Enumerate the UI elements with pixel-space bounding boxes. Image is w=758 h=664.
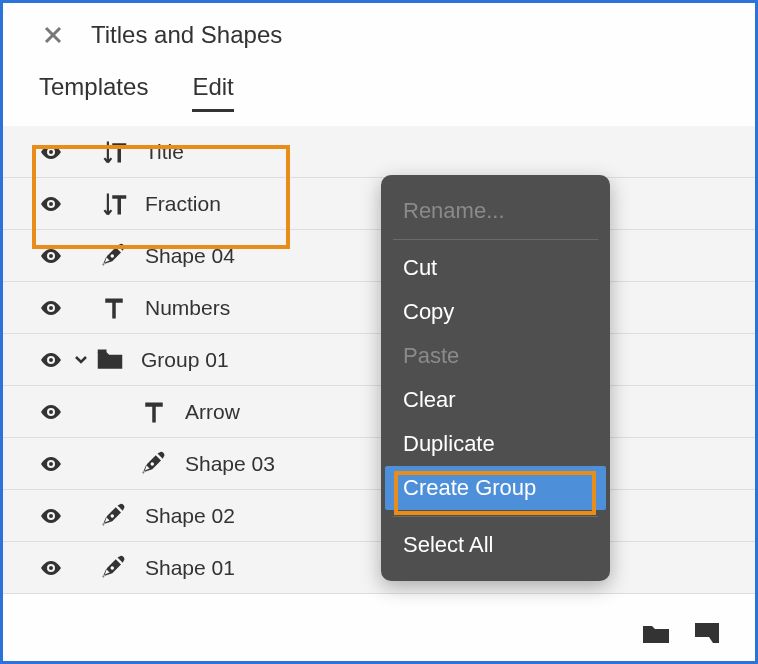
layer-label: Shape 01: [145, 556, 235, 580]
tab-edit[interactable]: Edit: [192, 73, 233, 112]
footer-icons: [643, 623, 719, 647]
panel-header: Titles and Shapes: [3, 3, 755, 59]
text-icon: [135, 398, 173, 426]
visibility-eye-icon[interactable]: [39, 400, 71, 424]
layer-row[interactable]: Numbers: [3, 282, 755, 334]
pen-icon: [95, 502, 133, 530]
visibility-eye-icon[interactable]: [39, 192, 71, 216]
layer-row[interactable]: Arrow: [3, 386, 755, 438]
layer-label: Title: [145, 140, 184, 164]
visibility-eye-icon[interactable]: [39, 140, 71, 164]
chevron-down-icon[interactable]: [71, 352, 91, 368]
pen-icon: [95, 242, 133, 270]
visibility-eye-icon[interactable]: [39, 452, 71, 476]
pen-icon: [95, 554, 133, 582]
menu-item-duplicate[interactable]: Duplicate: [381, 422, 610, 466]
tab-templates[interactable]: Templates: [39, 73, 148, 112]
menu-item-cut[interactable]: Cut: [381, 246, 610, 290]
panel-title: Titles and Shapes: [91, 21, 282, 49]
menu-divider: [393, 239, 598, 240]
layer-row[interactable]: Shape 02: [3, 490, 755, 542]
layer-row[interactable]: Shape 04: [3, 230, 755, 282]
layer-label: Fraction: [145, 192, 221, 216]
tab-bar: Templates Edit: [3, 59, 755, 112]
visibility-eye-icon[interactable]: [39, 244, 71, 268]
svg-rect-2: [695, 623, 719, 637]
titles-and-shapes-panel: Titles and Shapes Templates Edit TitleFr…: [0, 0, 758, 664]
visibility-eye-icon[interactable]: [39, 348, 71, 372]
layer-row[interactable]: Shape 03: [3, 438, 755, 490]
text-icon: [95, 294, 133, 322]
visibility-eye-icon[interactable]: [39, 556, 71, 580]
layer-list: TitleFractionShape 04NumbersGroup 01Arro…: [3, 126, 755, 594]
folder-icon: [91, 346, 129, 374]
visibility-eye-icon[interactable]: [39, 504, 71, 528]
visibility-eye-icon[interactable]: [39, 296, 71, 320]
layer-label: Shape 02: [145, 504, 235, 528]
layer-label: Group 01: [141, 348, 229, 372]
menu-item-rename: Rename...: [381, 189, 610, 233]
layer-label: Arrow: [185, 400, 240, 424]
menu-item-paste: Paste: [381, 334, 610, 378]
roll-text-icon: [95, 138, 133, 166]
new-item-icon[interactable]: [695, 623, 719, 647]
menu-item-create-group[interactable]: Create Group: [385, 466, 606, 510]
menu-item-clear[interactable]: Clear: [381, 378, 610, 422]
context-menu: Rename...CutCopyPasteClearDuplicateCreat…: [381, 175, 610, 581]
layer-row[interactable]: Title: [3, 126, 755, 178]
menu-item-select-all[interactable]: Select All: [381, 523, 610, 567]
menu-divider: [393, 516, 598, 517]
roll-text-icon: [95, 190, 133, 218]
menu-item-copy[interactable]: Copy: [381, 290, 610, 334]
new-folder-icon[interactable]: [643, 623, 669, 647]
layer-label: Shape 03: [185, 452, 275, 476]
layer-label: Shape 04: [145, 244, 235, 268]
layer-row[interactable]: Shape 01: [3, 542, 755, 594]
close-icon[interactable]: [39, 21, 67, 49]
layer-row[interactable]: Fraction: [3, 178, 755, 230]
pen-icon: [135, 450, 173, 478]
layer-label: Numbers: [145, 296, 230, 320]
layer-row[interactable]: Group 01: [3, 334, 755, 386]
